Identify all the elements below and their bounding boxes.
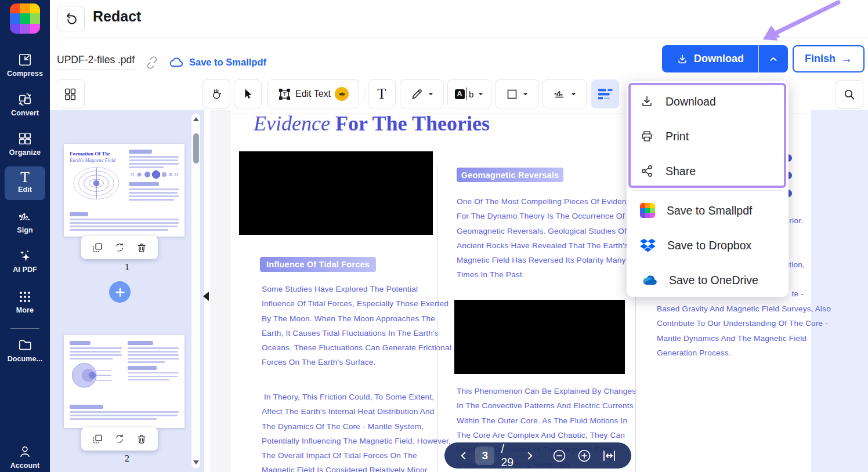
- shape-square-icon: [506, 88, 518, 100]
- thumbnail-page-1[interactable]: Formation Of The Earth's Magnetic Field: [64, 144, 185, 237]
- download-button[interactable]: Download: [662, 45, 758, 72]
- organize-icon: [2, 131, 48, 146]
- font-style-button[interactable]: A b: [447, 79, 491, 108]
- add-text-button[interactable]: T: [368, 79, 396, 108]
- unlink-icon[interactable]: [144, 55, 160, 70]
- heading-italic: Evidence: [254, 112, 330, 135]
- sidebar-item-organize[interactable]: Organize: [2, 131, 48, 157]
- sidebar-item-account[interactable]: Account: [2, 444, 48, 470]
- menu-item-save-onedrive[interactable]: Save to OneDrive: [627, 263, 789, 297]
- sidebar-item-ai-pdf[interactable]: AI PDF: [2, 248, 48, 274]
- thumbnail-scrollbar[interactable]: [191, 114, 200, 469]
- menu-item-print[interactable]: Print: [627, 119, 789, 154]
- menu-item-download[interactable]: Download: [627, 84, 789, 119]
- collapse-panel-handle[interactable]: [203, 292, 209, 301]
- draw-tool-button[interactable]: [400, 79, 444, 108]
- rotate-page-button[interactable]: [114, 242, 125, 253]
- menu-item-save-dropbox[interactable]: Save to Dropbox: [627, 228, 789, 263]
- cloud-icon: [169, 55, 185, 70]
- menu-item-label: Save to Dropbox: [667, 239, 751, 252]
- trash-icon: [136, 242, 147, 253]
- redaction-box-2[interactable]: [454, 300, 625, 374]
- sidebar-item-edit[interactable]: T Edit: [5, 166, 45, 200]
- edit-text-label: Edit Text: [295, 89, 331, 99]
- duplicate-page-button[interactable]: [92, 433, 103, 445]
- text-fragment: te -: [792, 286, 804, 301]
- search-button[interactable]: [836, 80, 863, 109]
- thumbnail-page-2[interactable]: [64, 335, 185, 428]
- sidebar-item-label: Account: [2, 462, 48, 470]
- zoom-in-button[interactable]: [576, 448, 592, 464]
- add-page-button[interactable]: [109, 281, 131, 303]
- redact-marks-icon: [598, 89, 613, 100]
- file-name[interactable]: UPDF-2-files .pdf: [57, 54, 135, 70]
- delete-page-button[interactable]: [136, 242, 147, 253]
- duplicate-icon: [92, 242, 103, 253]
- save-to-smallpdf-link[interactable]: Save to Smallpdf: [169, 55, 266, 70]
- edit-text-button[interactable]: T Edit Text: [267, 79, 359, 108]
- thumb1-title-line1: Formation Of The: [70, 151, 125, 157]
- duplicate-page-button[interactable]: [92, 242, 103, 253]
- share-icon: [640, 164, 654, 178]
- chevron-down-icon: [522, 91, 529, 97]
- edit-icon: T: [5, 169, 45, 186]
- cursor-icon: [241, 87, 255, 101]
- sidebar-item-label: Edit: [5, 186, 45, 194]
- undo-button[interactable]: [57, 6, 85, 31]
- rotate-page-button[interactable]: [114, 433, 125, 445]
- heading-bold: For The Theories: [330, 112, 490, 135]
- smallpdf-logo[interactable]: [10, 3, 40, 34]
- download-options-menu: Download Print Share Save to Smallpdf: [627, 81, 789, 297]
- shape-tool-button[interactable]: [495, 79, 539, 108]
- signature-tool-button[interactable]: [542, 79, 587, 108]
- menu-item-share[interactable]: Share: [627, 154, 789, 188]
- previous-page-button[interactable]: [458, 451, 469, 461]
- svg-text:T: T: [283, 91, 286, 97]
- page-thumbnails-toggle[interactable]: [56, 79, 85, 108]
- ai-pdf-icon: [2, 248, 48, 263]
- smallpdf-logo-icon: [640, 203, 655, 218]
- sidebar-item-more[interactable]: More: [2, 290, 48, 314]
- delete-page-button[interactable]: [136, 433, 147, 445]
- documents-icon: [2, 337, 48, 353]
- thumbnail-panel: Formation Of The Earth's Magnetic Field: [50, 110, 204, 472]
- sidebar-item-convert[interactable]: Convert: [2, 92, 48, 117]
- redact-tool-button-active[interactable]: [591, 79, 619, 108]
- scrollbar-thumb[interactable]: [193, 133, 199, 164]
- menu-divider: [632, 190, 783, 191]
- chevron-down-icon: [570, 91, 577, 97]
- fit-width-button[interactable]: [601, 448, 617, 464]
- edit-text-icon: T: [278, 88, 291, 101]
- page-number-input[interactable]: 3: [475, 446, 494, 465]
- zoom-out-button[interactable]: [551, 448, 567, 464]
- sidebar-item-label: Sign: [2, 226, 48, 234]
- compress-icon: [2, 52, 48, 67]
- sidebar-item-compress[interactable]: Compress: [2, 52, 48, 78]
- page-1-number: 1: [50, 262, 204, 273]
- text-fragment: rior.: [789, 213, 803, 228]
- app-header: Redact: [50, 0, 868, 38]
- paragraph: Based Gravity And Magnetic Field Surveys…: [657, 302, 831, 360]
- download-split-button: Download: [662, 45, 788, 72]
- finish-button[interactable]: Finish →: [793, 45, 865, 72]
- sidebar: Compress Convert Organize T Edit: [0, 0, 50, 472]
- menu-item-label: Save to Smallpdf: [667, 204, 752, 217]
- scroll-down-icon[interactable]: [193, 460, 199, 464]
- download-menu-toggle[interactable]: [758, 45, 788, 72]
- sidebar-item-sign[interactable]: Sign: [2, 209, 48, 234]
- hand-tool-button[interactable]: [202, 79, 230, 108]
- sidebar-item-documents[interactable]: Docume...: [2, 337, 48, 363]
- redaction-box-1[interactable]: [239, 151, 433, 235]
- menu-item-save-smallpdf[interactable]: Save to Smallpdf: [627, 193, 789, 228]
- menu-item-label: Share: [666, 165, 696, 178]
- page-title: Redact: [93, 8, 141, 25]
- toolbar-divider: [364, 86, 364, 102]
- chevron-right-icon: [525, 451, 535, 461]
- fit-width-icon: [601, 448, 617, 464]
- scroll-up-icon[interactable]: [193, 117, 199, 121]
- pagination-bar: 3 / 29: [444, 442, 631, 469]
- more-icon: [2, 290, 48, 304]
- undo-icon: [64, 12, 78, 26]
- next-page-button[interactable]: [525, 451, 535, 461]
- select-tool-button[interactable]: [234, 79, 262, 108]
